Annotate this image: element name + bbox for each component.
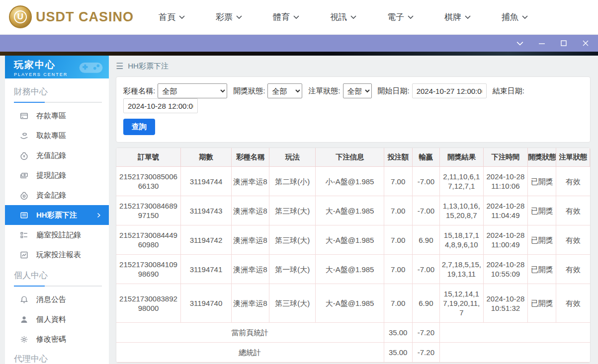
cell-bet-time: 2024-10-28 10:51:32 <box>483 284 528 323</box>
sidebar-item[interactable]: 取款專區 <box>5 126 109 146</box>
cell-win-loss: -7.00 <box>412 255 439 284</box>
sidebar-item-label: 修改密碼 <box>36 335 66 344</box>
window-maximize-button[interactable] <box>558 38 569 49</box>
nav-menu-item[interactable]: 首頁 <box>159 11 185 23</box>
section-underline <box>14 102 102 103</box>
cell-play-type: 第三球(大) <box>269 196 316 225</box>
window-close-button[interactable] <box>580 38 591 49</box>
cell-period: 31194741 <box>181 255 232 284</box>
brand-logo[interactable]: U USDT CASINO <box>9 5 134 28</box>
coin-logo-icon: U <box>9 5 32 28</box>
draw-status-select[interactable]: 全部 <box>267 83 302 98</box>
cell-draw-result: 2,7,18,5,15,19,13,11 <box>440 255 484 284</box>
table-header-cell: 期數 <box>181 148 232 167</box>
sidebar-section-agent: 代理中心 <box>5 352 109 364</box>
sidebar-item[interactable]: 個人資料 <box>5 309 109 329</box>
minimize-icon <box>538 40 545 47</box>
cell-bet-amount: 7.00 <box>384 225 412 255</box>
nav-menu-item[interactable]: 視訊 <box>330 11 356 23</box>
chevron-down-icon <box>293 15 299 19</box>
cell-win-loss: 6.90 <box>412 225 439 255</box>
sidebar-section-personal: 個人中心 <box>5 268 109 287</box>
cell-draw-result: 15,18,17,14,8,9,6,10 <box>440 225 484 255</box>
summary-winloss-total: -7.20 <box>412 323 439 343</box>
order-status-select[interactable]: 全部 <box>343 83 372 98</box>
cell-period: 31194740 <box>181 284 232 323</box>
nav-menu-item[interactable]: 彩票 <box>216 11 242 23</box>
chevron-down-icon <box>408 15 414 19</box>
nav-menu-item[interactable]: 體育 <box>273 11 299 23</box>
cell-bet-info: 大-A盤@1.985 <box>316 255 384 284</box>
nav-menu-item-label: 捕魚 <box>502 11 518 23</box>
nav-menu-item[interactable]: 電子 <box>387 11 414 23</box>
end-date-input[interactable] <box>123 98 198 113</box>
section-label: 代理中心 <box>14 353 102 364</box>
cell-order-status: 有效 <box>556 284 590 323</box>
sidebar-item-icon <box>20 295 28 304</box>
sidebar-item-icon <box>20 251 28 259</box>
summary-empty <box>440 343 590 363</box>
search-button[interactable]: 查詢 <box>123 119 155 135</box>
sidebar-item-icon <box>20 151 28 160</box>
window-title-bar <box>0 35 598 52</box>
sidebar-banner: 玩家中心 PLAYERS CENTER <box>5 56 109 78</box>
cell-order-no: 2152173008444960980 <box>116 225 181 255</box>
chevron-right-icon <box>95 212 102 218</box>
window-dropdown-button[interactable] <box>514 38 525 49</box>
cell-bet-time: 2024-10-28 11:10:06 <box>483 167 528 196</box>
chevron-down-icon <box>179 15 185 19</box>
nav-menu-item-label: 體育 <box>273 11 290 23</box>
sidebar-item[interactable]: 存款專區 <box>5 106 109 126</box>
cell-bet-amount: 7.00 <box>384 196 412 225</box>
personal-menu: 消息公告 個人資料 修改密碼 <box>5 287 109 352</box>
gamepad-icon <box>78 59 104 75</box>
nav-menu-item-label: 首頁 <box>159 11 175 23</box>
bets-table-card: 訂單號 期數 彩種名稱 玩法 下注信息 投注額 輸贏 <box>116 147 591 363</box>
start-date-input[interactable] <box>412 83 487 98</box>
cell-draw-result: 15,12,14,17,19,20,11,7 <box>440 284 484 323</box>
cell-play-type: 第三球(大) <box>269 225 316 255</box>
cell-order-status: 有效 <box>556 225 590 255</box>
table-header-cell: 投注額 <box>384 148 412 167</box>
sidebar-item-label: 提現記錄 <box>36 171 66 180</box>
header-divider-strip <box>0 52 598 56</box>
sidebar-item-icon <box>20 112 28 120</box>
cell-bet-info: 大-A盤@1.985 <box>316 284 384 323</box>
nav-menu-item[interactable]: 捕魚 <box>502 11 528 23</box>
summary-empty <box>440 323 590 343</box>
cell-period: 31194744 <box>181 167 232 196</box>
section-label: 個人中心 <box>14 270 102 281</box>
sidebar-item[interactable]: 消息公告 <box>5 290 109 309</box>
bets-table: 訂單號 期數 彩種名稱 玩法 下注信息 投注額 輸贏 <box>116 148 590 363</box>
sidebar-item-icon <box>20 315 28 324</box>
sidebar-item[interactable]: 修改密碼 <box>5 329 109 349</box>
sidebar-item[interactable]: 提現記錄 <box>5 165 109 185</box>
sidebar-item[interactable]: HH彩票下注 <box>5 205 109 225</box>
coin-letter: U <box>14 10 27 23</box>
sidebar-item-icon <box>20 335 28 344</box>
cell-play-type: 第一球(大) <box>269 255 316 284</box>
sidebar-item[interactable]: 廳室投註記錄 <box>5 225 109 245</box>
chevron-down-icon <box>350 15 356 19</box>
summary-label: 總統計 <box>116 343 384 363</box>
sidebar-item[interactable]: 資金記錄 <box>5 185 109 205</box>
table-header-cell: 訂單號 <box>116 148 181 167</box>
sidebar-item[interactable]: 玩家投注報表 <box>5 245 109 265</box>
window-minimize-button[interactable] <box>536 38 547 49</box>
draw-status-label: 開獎狀態: <box>233 86 265 96</box>
sidebar-item[interactable]: 充值記錄 <box>5 146 109 165</box>
hamburger-icon[interactable]: ☰ <box>116 61 123 72</box>
sidebar-item-label: 充值記錄 <box>36 151 66 160</box>
table-header-cell: 輸贏 <box>412 148 439 167</box>
sidebar-section-finance: 財務中心 <box>5 78 109 103</box>
cell-draw-status: 已開獎 <box>528 196 556 225</box>
cell-win-loss: -7.00 <box>412 196 439 225</box>
lottery-name-select[interactable]: 全部 <box>158 83 227 98</box>
cell-bet-amount: 7.00 <box>384 255 412 284</box>
cell-bet-amount: 7.00 <box>384 167 412 196</box>
cell-bet-time: 2024-10-28 10:55:09 <box>483 255 528 284</box>
nav-menu-item[interactable]: 棋牌 <box>444 11 471 23</box>
cell-order-status: 有效 <box>556 196 590 225</box>
cell-lottery-name: 澳洲幸运8 <box>231 284 269 323</box>
sidebar-item-label: 個人資料 <box>36 315 66 324</box>
